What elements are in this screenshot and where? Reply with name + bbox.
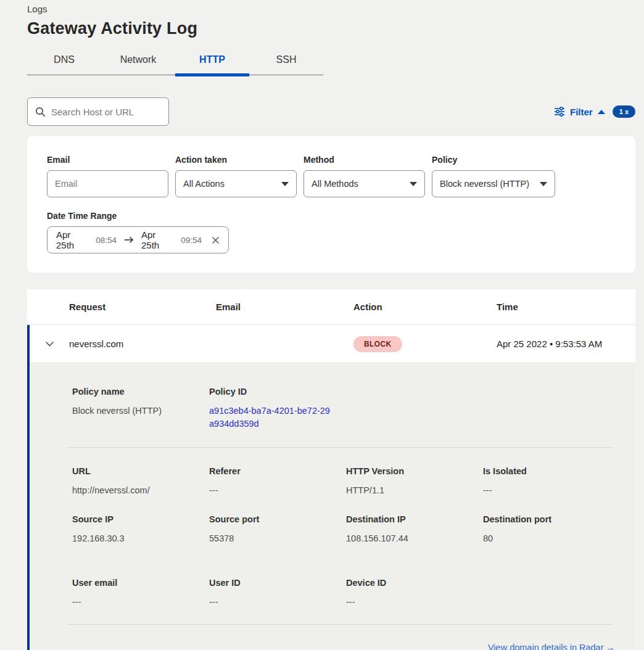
is-isolated-field: Is Isolated --- <box>483 466 620 495</box>
policy-name-field: Policy name Block neverssl (HTTP) <box>72 387 209 430</box>
time-cell: Apr 25 2022 • 9:53:53 AM <box>497 339 635 349</box>
http-version-label: HTTP Version <box>346 466 483 476</box>
http-version-value: HTTP/1.1 <box>346 485 483 495</box>
column-header-email: Email <box>216 302 353 312</box>
url-label: URL <box>72 466 209 476</box>
email-filter-field: Email <box>47 155 168 197</box>
action-select-value: All Actions <box>183 179 225 189</box>
filter-sliders-icon <box>554 107 565 117</box>
source-port-value: 55378 <box>209 533 346 543</box>
is-isolated-value: --- <box>483 485 620 495</box>
source-ip-value: 192.168.30.3 <box>72 533 209 543</box>
url-value: http://neverssl.com/ <box>72 485 209 495</box>
user-row: User email --- User ID --- Device ID --- <box>72 578 635 607</box>
caret-down-icon <box>281 182 289 186</box>
breadcrumb[interactable]: Logs <box>27 2 635 14</box>
search-input[interactable] <box>51 107 174 117</box>
tab-bar: DNS Network HTTP SSH <box>27 48 323 75</box>
email-filter-label: Email <box>47 155 168 165</box>
destination-ip-value: 108.156.107.44 <box>346 533 483 543</box>
caret-up-icon[interactable] <box>598 110 605 114</box>
user-email-field: User email --- <box>72 578 209 607</box>
url-field: URL http://neverssl.com/ <box>72 466 209 495</box>
search-box[interactable] <box>27 97 169 126</box>
source-port-label: Source port <box>209 514 346 524</box>
end-time: 09:54 <box>181 236 202 245</box>
destination-port-label: Destination port <box>483 514 620 524</box>
column-header-action: Action <box>353 302 497 312</box>
connection-section: URL http://neverssl.com/ Referer --- HTT… <box>30 448 635 650</box>
caret-down-icon <box>540 182 547 186</box>
device-id-field: Device ID --- <box>346 578 483 607</box>
user-id-field: User ID --- <box>209 578 346 607</box>
expanded-log-entry: neverssl.com BLOCK Apr 25 2022 • 9:53:53… <box>27 325 635 650</box>
policy-filter-field: Policy Block neverssl (HTTP) <box>432 155 555 197</box>
policy-section: Policy name Block neverssl (HTTP) Policy… <box>30 363 635 447</box>
log-table: Request Email Action Time neverssl.com B… <box>27 289 635 650</box>
table-row[interactable]: neverssl.com BLOCK Apr 25 2022 • 9:53:53… <box>30 325 635 363</box>
email-filter-input[interactable] <box>47 170 168 197</box>
referer-field: Referer --- <box>209 466 346 495</box>
policy-name-value: Block neverssl (HTTP) <box>72 406 209 416</box>
policy-id-field: Policy ID a91c3eb4-ba7a-4201-be72-29a934… <box>209 387 346 430</box>
filter-panel: Email Action taken All Actions Method Al… <box>27 136 635 273</box>
status-badge: BLOCK <box>353 336 402 352</box>
policy-select[interactable]: Block neverssl (HTTP) <box>432 170 555 197</box>
toolbar: Filter 1 x <box>27 97 635 126</box>
arrow-right-icon <box>124 236 134 244</box>
device-id-label: Device ID <box>346 578 483 588</box>
url-row: URL http://neverssl.com/ Referer --- HTT… <box>72 466 635 495</box>
table-header-row: Request Email Action Time <box>27 289 635 325</box>
search-icon <box>35 107 46 117</box>
request-cell: neverssl.com <box>69 339 216 349</box>
policy-id-label: Policy ID <box>209 387 346 397</box>
date-range-label: Date Time Range <box>47 211 616 221</box>
user-id-value: --- <box>209 597 346 607</box>
user-email-label: User email <box>72 578 209 588</box>
log-details-panel: Policy name Block neverssl (HTTP) Policy… <box>30 363 635 650</box>
caret-down-icon <box>410 182 417 186</box>
filter-controls: Filter 1 x <box>554 105 635 118</box>
device-id-value: --- <box>346 597 483 607</box>
is-isolated-label: Is Isolated <box>483 466 620 476</box>
destination-ip-label: Destination IP <box>346 514 483 524</box>
policy-id-link[interactable]: a91c3eb4-ba7a-4201-be72-29a934dd359d <box>209 405 330 430</box>
action-select[interactable]: All Actions <box>175 170 297 197</box>
chevron-down-icon[interactable] <box>45 341 54 347</box>
radar-link-row: View domain details in Radar → <box>72 625 635 650</box>
action-filter-field: Action taken All Actions <box>175 155 297 197</box>
method-filter-field: Method All Methods <box>303 155 425 197</box>
action-cell: BLOCK <box>353 336 497 352</box>
method-select[interactable]: All Methods <box>303 170 425 197</box>
radar-link[interactable]: View domain details in Radar → <box>488 643 615 650</box>
start-date: Apr 25th <box>56 229 89 250</box>
referer-value: --- <box>209 485 346 495</box>
filter-count-badge[interactable]: 1 x <box>613 105 635 118</box>
tab-http[interactable]: HTTP <box>175 48 249 75</box>
policy-name-label: Policy name <box>72 387 209 397</box>
tab-network[interactable]: Network <box>101 48 175 75</box>
column-header-request: Request <box>69 302 216 312</box>
destination-port-value: 80 <box>483 533 620 543</box>
ip-row: Source IP 192.168.30.3 Source port 55378… <box>72 514 635 543</box>
start-time: 08:54 <box>96 236 117 245</box>
empty-cell <box>483 578 620 607</box>
filter-button[interactable]: Filter <box>570 107 593 117</box>
tab-dns[interactable]: DNS <box>27 48 101 75</box>
column-header-time: Time <box>497 302 635 312</box>
referer-label: Referer <box>209 466 346 476</box>
tab-ssh[interactable]: SSH <box>249 48 323 75</box>
date-range-picker[interactable]: Apr 25th 08:54 Apr 25th 09:54 <box>47 226 229 253</box>
end-date: Apr 25th <box>141 229 175 250</box>
user-email-value: --- <box>72 597 209 607</box>
method-select-value: All Methods <box>312 179 358 189</box>
source-port-field: Source port 55378 <box>209 514 346 543</box>
user-id-label: User ID <box>209 578 346 588</box>
page-title: Gateway Activity Log <box>27 19 635 38</box>
method-filter-label: Method <box>303 155 425 165</box>
action-filter-label: Action taken <box>175 155 297 165</box>
source-ip-field: Source IP 192.168.30.3 <box>72 514 209 543</box>
clear-date-range-icon[interactable] <box>212 236 220 244</box>
destination-port-field: Destination port 80 <box>483 514 620 543</box>
policy-select-value: Block neverssl (HTTP) <box>440 179 529 189</box>
